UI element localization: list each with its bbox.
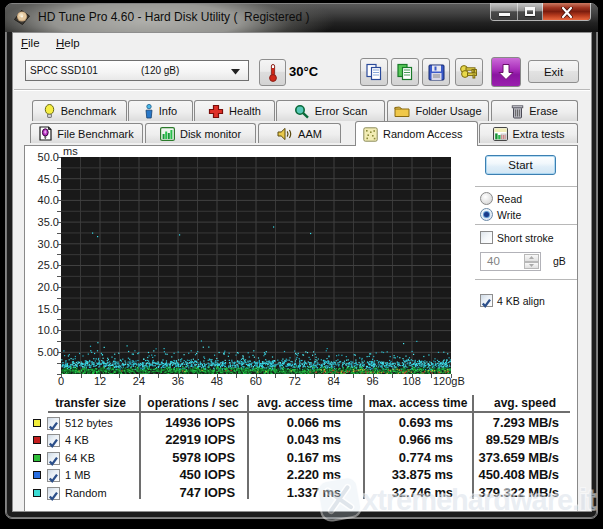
svg-text:xtremehardware.it: xtremehardware.it (362, 484, 596, 516)
